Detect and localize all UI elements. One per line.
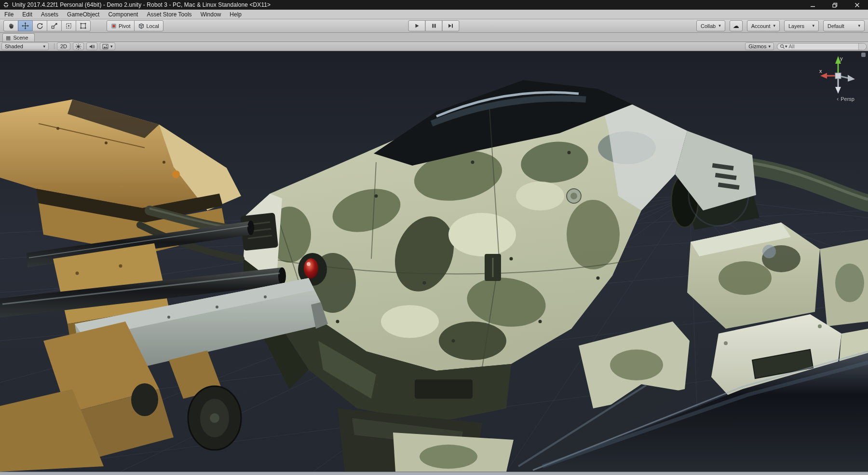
cloud-icon: ☁ <box>733 22 739 29</box>
local-toggle-button[interactable]: Local <box>134 20 163 31</box>
scene-lighting-toggle[interactable] <box>73 42 84 50</box>
hand-tool-button[interactable] <box>3 20 18 31</box>
scene-orientation-gizmo[interactable]: y x <box>819 55 857 95</box>
chevron-down-icon: ▾ <box>719 24 721 28</box>
layers-dropdown[interactable]: Layers ▾ <box>784 20 819 31</box>
menu-bar: File Edit Assets GameObject Component As… <box>0 10 868 19</box>
scene-search-field[interactable]: ▾ All <box>777 43 867 50</box>
search-clear-cap[interactable] <box>858 43 865 50</box>
audio-icon <box>89 43 95 50</box>
pause-button[interactable] <box>425 20 443 31</box>
transform-tool-button[interactable] <box>76 20 91 31</box>
scene-effects-dropdown[interactable]: ▾ <box>100 42 115 50</box>
account-dropdown[interactable]: Account ▾ <box>747 20 780 31</box>
vignette <box>0 51 868 472</box>
step-button[interactable] <box>442 20 460 31</box>
toolbar-right-group: Collab ▾ ☁ Account ▾ Layers ▾ Default ▾ <box>696 20 865 31</box>
transform-tools <box>3 20 91 31</box>
chevron-down-icon: ▾ <box>858 24 860 28</box>
lighting-icon <box>75 43 81 50</box>
collab-dropdown[interactable]: Collab ▾ <box>696 20 725 31</box>
scale-tool-button[interactable] <box>47 20 62 31</box>
dock-tab-strip: ▦ Scene <box>0 33 868 42</box>
menu-gameobject[interactable]: GameObject <box>63 10 104 19</box>
title-bar: Unity 2017.4.22f1 Personal (64bit) - Dem… <box>0 0 868 10</box>
main-toolbar: Pivot Local Collab ▾ ☁ Account ▾ Lay <box>0 19 868 33</box>
mode-2d-toggle[interactable]: 2D <box>57 42 70 50</box>
pivot-local-group: Pivot Local <box>107 20 163 31</box>
account-label: Account <box>751 23 771 29</box>
collab-label: Collab <box>701 23 716 29</box>
chevron-down-icon: ▾ <box>43 44 45 49</box>
layout-label: Default <box>827 23 844 29</box>
scene-tab-label: Scene <box>13 35 28 41</box>
menu-asset-store-tools[interactable]: Asset Store Tools <box>142 10 196 19</box>
search-icon <box>780 44 785 49</box>
viewport-corner-icon[interactable] <box>861 53 866 57</box>
search-filter-value: All <box>787 43 858 49</box>
projection-label: Persp <box>841 96 854 102</box>
close-button[interactable] <box>846 0 868 10</box>
scene-viewport[interactable]: y x ‹ Persp <box>0 51 868 472</box>
menu-file[interactable]: File <box>0 10 18 19</box>
layout-dropdown[interactable]: Default ▾ <box>823 20 865 31</box>
chevron-down-icon: ▾ <box>768 44 771 49</box>
window-title: Unity 2017.4.22f1 Personal (64bit) - Dem… <box>12 1 271 8</box>
chevron-down-icon: ▾ <box>812 24 814 28</box>
play-button[interactable] <box>408 20 426 31</box>
gizmos-label: Gizmos <box>748 43 766 49</box>
draw-mode-dropdown[interactable]: Shaded ▾ <box>1 42 49 50</box>
local-cube-icon <box>138 23 144 29</box>
scene-render[interactable] <box>0 51 868 472</box>
playmode-controls <box>409 20 460 31</box>
restore-button[interactable] <box>824 0 846 10</box>
pivot-icon <box>111 23 117 29</box>
menu-assets[interactable]: Assets <box>37 10 63 19</box>
local-label: Local <box>146 23 159 29</box>
projection-toggle[interactable]: ‹ Persp <box>837 96 854 102</box>
menu-edit[interactable]: Edit <box>18 10 37 19</box>
rect-tool-button[interactable] <box>61 20 76 31</box>
rotate-tool-button[interactable] <box>32 20 47 31</box>
menu-window[interactable]: Window <box>196 10 226 19</box>
pivot-label: Pivot <box>119 23 130 29</box>
scene-tab[interactable]: ▦ Scene <box>2 33 35 42</box>
scene-toolbar-right: Gizmos ▾ ▾ All <box>745 42 867 50</box>
menu-help[interactable]: Help <box>225 10 246 19</box>
scene-audio-toggle[interactable] <box>86 42 97 50</box>
mode-2d-label: 2D <box>60 43 67 49</box>
svg-text:x: x <box>819 68 822 74</box>
menu-component[interactable]: Component <box>104 10 142 19</box>
draw-mode-label: Shaded <box>5 43 23 49</box>
layers-label: Layers <box>788 23 804 29</box>
bottom-strip <box>0 472 868 475</box>
separator <box>54 43 54 49</box>
persp-icon: ‹ <box>837 96 839 102</box>
effects-icon <box>102 43 108 50</box>
pivot-toggle-button[interactable]: Pivot <box>107 20 135 31</box>
chevron-down-icon: ▾ <box>110 44 113 49</box>
gizmos-dropdown[interactable]: Gizmos ▾ <box>745 42 774 50</box>
grid-tab-icon: ▦ <box>6 35 11 41</box>
svg-text:y: y <box>840 56 843 61</box>
cloud-services-button[interactable]: ☁ <box>730 20 743 31</box>
scene-view-toolbar: Shaded ▾ 2D ▾ Gizmos ▾ ▾ All <box>0 42 868 51</box>
unity-logo-icon <box>3 2 9 8</box>
chevron-down-icon: ▾ <box>773 24 775 28</box>
minimize-button[interactable] <box>801 0 824 10</box>
move-tool-button[interactable] <box>18 20 33 31</box>
gizmo-center-cube[interactable] <box>835 73 841 79</box>
